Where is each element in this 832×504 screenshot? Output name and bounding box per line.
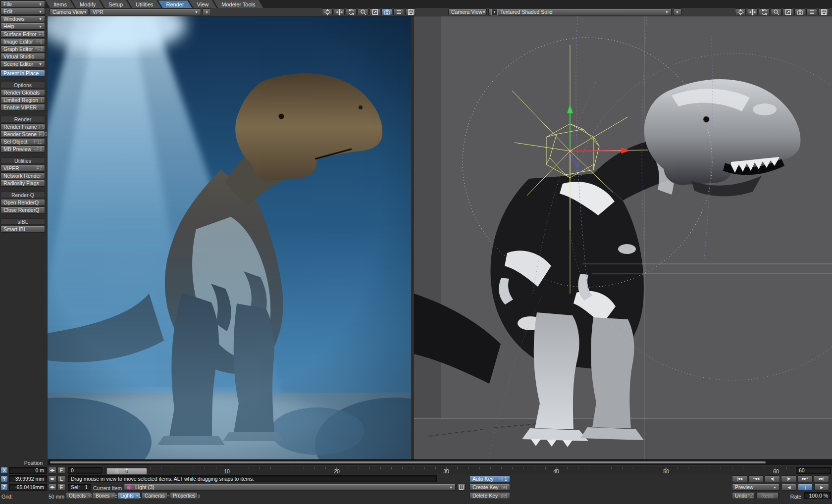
left-zoom-button[interactable] — [358, 8, 368, 15]
right-center-item-button[interactable] — [735, 8, 746, 15]
sel-object-button[interactable]: Sel ObjectF11 — [0, 138, 45, 145]
close-renderq-button[interactable]: Close RenderQ — [0, 206, 45, 213]
prev-frame-button[interactable]: ◀|| — [765, 475, 780, 482]
item-properties-mini-button[interactable] — [457, 484, 466, 491]
label: Preview — [735, 484, 753, 490]
redo-button[interactable]: Redo — [756, 492, 779, 499]
lights-mode-button[interactable]: Lights+L — [117, 492, 140, 499]
menu-edit-label: Edit — [3, 8, 12, 14]
position-z-field[interactable]: -65.0419mm — [9, 484, 47, 491]
enable-viper-button[interactable]: Enable VIPER — [0, 104, 45, 111]
axis-y-button[interactable]: Y — [0, 475, 8, 482]
prev-keyframe-button[interactable]: +◀◀ — [748, 475, 764, 482]
menu-edit[interactable]: Edit▼ — [0, 8, 45, 15]
right-rotate-button[interactable] — [759, 8, 770, 15]
render-scene-button[interactable]: Render SceneF10 — [0, 131, 45, 138]
scene-editor-button[interactable]: Scene Editor▼ — [0, 60, 45, 67]
right-viewport-options-dropdown[interactable]: ▼ — [673, 8, 681, 15]
viewport-vpr-render[interactable] — [48, 16, 411, 459]
mb-preview-button[interactable]: MB Preview+F9 — [0, 146, 45, 152]
tab-modify[interactable]: Modify — [72, 0, 104, 8]
shortcut: +L — [134, 493, 141, 499]
next-keyframe-button[interactable]: ▶▶+ — [797, 475, 813, 482]
right-fit-button[interactable] — [782, 8, 793, 15]
tab-items[interactable]: Items — [46, 0, 75, 8]
options-group-header: Options — [0, 82, 45, 88]
right-pan-button[interactable] — [747, 8, 758, 15]
position-y-field[interactable]: 39.9992 mm — [9, 475, 47, 482]
tab-modeler-tools[interactable]: Modeler Tools — [213, 0, 263, 8]
play-forward-button[interactable]: ▶ — [814, 484, 829, 491]
left-center-item-button[interactable] — [322, 8, 333, 15]
end-frame-field[interactable]: 60 — [796, 467, 831, 474]
tab-render[interactable]: Render — [158, 0, 192, 8]
current-frame-field[interactable]: 0 — [68, 467, 103, 474]
smart-ibl-button[interactable]: Smart IBL — [0, 226, 45, 233]
current-item-dropdown[interactable]: Light (3) ▼ — [124, 484, 456, 491]
menu-help[interactable]: Help▼ — [0, 23, 45, 30]
menu-file-label: File — [3, 1, 12, 7]
virtual-studio-button[interactable]: Virtual Studio — [0, 53, 45, 60]
network-render-button[interactable]: Network Render — [0, 172, 45, 179]
next-frame-button[interactable]: ||▶ — [781, 475, 796, 482]
left-save-view-button[interactable] — [405, 8, 416, 15]
axis-x-button[interactable]: X — [0, 467, 8, 474]
right-zoom-button[interactable] — [771, 8, 781, 15]
viewport-scrollbar-thumb[interactable] — [50, 461, 766, 463]
right-camera-button[interactable] — [794, 8, 805, 15]
right-render-mode-dropdown[interactable]: T Textured Shaded Solid▼ — [488, 8, 672, 15]
parent-in-place-button[interactable]: Parent in Place — [0, 70, 45, 77]
radiosity-flags-button[interactable]: Radiosity Flags — [0, 180, 45, 187]
left-render-mode-dropdown[interactable]: VPR▼ — [90, 8, 201, 15]
tab-setup[interactable]: Setup — [101, 0, 131, 8]
viper-button[interactable]: VIPERF7 — [0, 165, 45, 172]
left-pan-button[interactable] — [334, 8, 345, 15]
left-rotate-button[interactable] — [346, 8, 357, 15]
left-fit-button[interactable] — [369, 8, 380, 15]
timeline-ruler[interactable]: 0 0 10 20 30 40 50 60 — [104, 467, 793, 474]
objects-mode-button[interactable]: Objects+O — [66, 492, 91, 499]
menu-windows[interactable]: Windows▼ — [0, 15, 45, 22]
label: Smart IBL — [3, 226, 27, 232]
surface-editor-button[interactable]: Surface EditorF5 — [0, 31, 45, 38]
left-camera-button[interactable] — [381, 8, 392, 15]
right-view-type-dropdown[interactable]: Camera View▼ — [448, 8, 487, 15]
image-editor-button[interactable]: Image EditorF6 — [0, 38, 45, 45]
render-frame-button[interactable]: Render FrameF9 — [0, 123, 45, 130]
menu-file[interactable]: File▼ — [0, 0, 45, 7]
render-globals-button[interactable]: Render Globals — [0, 89, 45, 96]
go-first-frame-button[interactable]: |◀◀ — [732, 475, 747, 482]
y-value-slider[interactable]: ◀▶ — [48, 475, 56, 482]
preview-dropdown[interactable]: Preview▼ — [732, 484, 780, 491]
pause-button[interactable]: || — [798, 484, 813, 491]
open-renderq-button[interactable]: Open RenderQ — [0, 199, 45, 206]
x-envelope-button[interactable]: E — [57, 467, 65, 474]
y-envelope-button[interactable]: E — [57, 475, 65, 482]
x-value-slider[interactable]: ◀▶ — [48, 467, 56, 474]
right-list-button[interactable] — [806, 8, 817, 15]
undo-button[interactable]: Undo^Z — [732, 492, 754, 499]
rate-field[interactable]: 100.0 % — [804, 492, 831, 499]
viewport-shaded-solid[interactable] — [414, 16, 832, 459]
graph-editor-button[interactable]: Graph Editor^F2 — [0, 46, 45, 52]
z-envelope-button[interactable]: E — [57, 484, 65, 491]
go-last-frame-button[interactable]: ▶▶| — [814, 475, 829, 482]
bones-mode-button[interactable]: Bones+B — [93, 492, 116, 499]
limited-region-button[interactable]: Limited Regionl — [0, 97, 45, 103]
play-reverse-button[interactable]: ◀ — [781, 484, 796, 491]
create-key-button[interactable]: Create Keyret — [469, 484, 510, 491]
auto-key-button[interactable]: Auto Key+F1 — [469, 475, 510, 482]
cameras-mode-button[interactable]: Cameras+C — [142, 492, 167, 499]
left-view-type-dropdown[interactable]: Camera View▼ — [50, 8, 88, 15]
z-value-slider[interactable]: ◀▶ — [48, 484, 56, 491]
viewport-scrollbar-track[interactable] — [48, 459, 832, 465]
axis-z-button[interactable]: Z — [0, 484, 8, 491]
delete-key-button[interactable]: Delete Keydel — [469, 492, 510, 499]
properties-button[interactable]: Propertiesp — [170, 492, 198, 499]
tab-view[interactable]: View — [189, 0, 217, 8]
right-save-view-button[interactable] — [818, 8, 829, 15]
position-x-field[interactable]: 0 m — [9, 467, 47, 474]
left-viewport-options-dropdown[interactable]: ▼ — [203, 8, 211, 15]
tab-utilities[interactable]: Utilities — [128, 0, 161, 8]
left-list-button[interactable] — [393, 8, 404, 15]
